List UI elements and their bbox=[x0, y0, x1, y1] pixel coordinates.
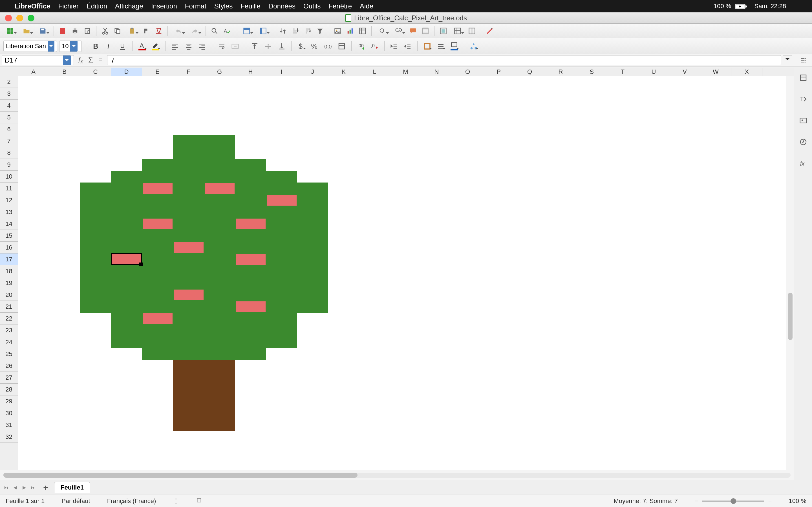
column-header-V[interactable]: V bbox=[669, 68, 700, 76]
row-header-4[interactable]: 4 bbox=[0, 100, 18, 112]
column-header-Q[interactable]: Q bbox=[514, 68, 545, 76]
date-format-button[interactable] bbox=[336, 41, 347, 52]
add-sheet-button[interactable]: + bbox=[41, 483, 50, 492]
row-header-18[interactable]: 18 bbox=[0, 265, 18, 277]
name-box-dropdown-icon[interactable] bbox=[63, 55, 71, 65]
print-button[interactable] bbox=[70, 25, 80, 36]
borders-button[interactable] bbox=[421, 41, 433, 52]
spellcheck-button[interactable]: A bbox=[221, 25, 232, 36]
column-header-O[interactable]: O bbox=[452, 68, 483, 76]
paste-button[interactable] bbox=[124, 25, 139, 36]
functions-panel-icon[interactable]: fx bbox=[798, 158, 809, 169]
menu-affichage[interactable]: Affichage bbox=[115, 2, 143, 10]
gallery-panel-icon[interactable] bbox=[798, 115, 809, 126]
column-header-R[interactable]: R bbox=[545, 68, 576, 76]
insert-hyperlink-button[interactable] bbox=[391, 25, 406, 36]
row-header-25[interactable]: 25 bbox=[0, 348, 18, 360]
tab-nav-last[interactable]: ⏭ bbox=[29, 484, 37, 492]
new-document-button[interactable] bbox=[3, 25, 17, 36]
currency-format-button[interactable]: $ bbox=[296, 41, 307, 52]
column-header-X[interactable]: X bbox=[731, 68, 762, 76]
align-right-button[interactable] bbox=[197, 41, 208, 52]
status-language[interactable]: Français (France) bbox=[107, 497, 156, 505]
row-header-9[interactable]: 9 bbox=[0, 159, 18, 171]
styles-panel-icon[interactable]: T bbox=[798, 94, 809, 105]
clone-formatting-button[interactable] bbox=[141, 25, 152, 36]
column-operations-button[interactable] bbox=[256, 25, 270, 36]
insert-pivot-button[interactable] bbox=[357, 25, 368, 36]
remove-decimal-button[interactable]: ,0 bbox=[369, 41, 380, 52]
menu-insertion[interactable]: Insertion bbox=[151, 2, 177, 10]
properties-panel-icon[interactable] bbox=[798, 72, 809, 83]
bold-button[interactable]: B bbox=[90, 41, 101, 52]
font-size-combo[interactable]: 10 bbox=[59, 41, 82, 52]
menu-données[interactable]: Données bbox=[268, 2, 296, 10]
undo-button[interactable] bbox=[171, 25, 186, 36]
align-left-button[interactable] bbox=[169, 41, 181, 52]
horizontal-scrollbar[interactable] bbox=[0, 470, 794, 480]
window-maximize-button[interactable] bbox=[28, 15, 35, 21]
row-header-16[interactable]: 16 bbox=[0, 242, 18, 253]
insert-comment-button[interactable] bbox=[408, 25, 418, 36]
equals-button[interactable]: = bbox=[98, 56, 103, 65]
sort-button[interactable] bbox=[277, 25, 288, 36]
menu-format[interactable]: Format bbox=[185, 2, 206, 10]
decrease-indent-button[interactable] bbox=[402, 41, 413, 52]
percent-format-button[interactable]: % bbox=[309, 41, 320, 52]
row-header-31[interactable]: 31 bbox=[0, 419, 18, 431]
row-header-14[interactable]: 14 bbox=[0, 218, 18, 230]
font-color-button[interactable]: A bbox=[137, 41, 148, 52]
column-header-T[interactable]: T bbox=[607, 68, 638, 76]
clear-formatting-button[interactable] bbox=[153, 25, 164, 36]
sidebar-settings-icon[interactable] bbox=[794, 54, 812, 66]
row-header-17[interactable]: 17 bbox=[0, 253, 18, 265]
row-header-12[interactable]: 12 bbox=[0, 194, 18, 206]
column-header-U[interactable]: U bbox=[638, 68, 669, 76]
row-header-6[interactable]: 6 bbox=[0, 123, 18, 135]
column-header-G[interactable]: G bbox=[204, 68, 235, 76]
column-header-M[interactable]: M bbox=[390, 68, 421, 76]
italic-button[interactable]: I bbox=[103, 41, 115, 52]
zoom-in-button[interactable]: + bbox=[768, 497, 772, 505]
column-header-N[interactable]: N bbox=[421, 68, 452, 76]
column-header-L[interactable]: L bbox=[359, 68, 390, 76]
open-button[interactable] bbox=[19, 25, 34, 36]
row-header-7[interactable]: 7 bbox=[0, 135, 18, 147]
freeze-panes-button[interactable] bbox=[450, 25, 465, 36]
redo-button[interactable] bbox=[188, 25, 202, 36]
save-button[interactable] bbox=[36, 25, 50, 36]
row-header-8[interactable]: 8 bbox=[0, 147, 18, 159]
window-close-button[interactable] bbox=[5, 15, 12, 21]
zoom-percent[interactable]: 100 % bbox=[789, 497, 806, 505]
font-name-combo[interactable]: Liberation Sans bbox=[3, 41, 57, 52]
headers-footers-button[interactable] bbox=[420, 25, 431, 36]
sort-asc-button[interactable] bbox=[290, 25, 301, 36]
tab-nav-prev[interactable]: ◀ bbox=[11, 484, 19, 492]
column-header-W[interactable]: W bbox=[700, 68, 731, 76]
show-draw-functions-button[interactable] bbox=[485, 25, 495, 36]
find-button[interactable] bbox=[209, 25, 220, 36]
column-header-J[interactable]: J bbox=[297, 68, 328, 76]
copy-button[interactable] bbox=[112, 25, 123, 36]
row-header-5[interactable]: 5 bbox=[0, 112, 18, 123]
column-header-H[interactable]: H bbox=[235, 68, 266, 76]
align-middle-button[interactable] bbox=[262, 41, 274, 52]
row-header-30[interactable]: 30 bbox=[0, 407, 18, 419]
horizontal-scroll-thumb[interactable] bbox=[3, 473, 357, 478]
navigator-panel-icon[interactable] bbox=[798, 136, 809, 148]
wrap-text-button[interactable] bbox=[216, 41, 227, 52]
insert-image-button[interactable] bbox=[333, 25, 343, 36]
sheet-tab-active[interactable]: Feuille1 bbox=[54, 482, 90, 493]
split-window-button[interactable] bbox=[467, 25, 477, 36]
menu-feuille[interactable]: Feuille bbox=[241, 2, 260, 10]
increase-indent-button[interactable] bbox=[389, 41, 400, 52]
column-header-D[interactable]: D bbox=[111, 68, 142, 76]
row-header-23[interactable]: 23 bbox=[0, 325, 18, 336]
align-top-button[interactable] bbox=[249, 41, 260, 52]
export-pdf-button[interactable] bbox=[57, 25, 68, 36]
column-header-A[interactable]: A bbox=[18, 68, 49, 76]
underline-button[interactable]: U bbox=[117, 41, 128, 52]
insert-special-char-button[interactable]: Ω bbox=[375, 25, 390, 36]
zoom-out-button[interactable]: − bbox=[695, 497, 698, 505]
column-header-K[interactable]: K bbox=[328, 68, 359, 76]
